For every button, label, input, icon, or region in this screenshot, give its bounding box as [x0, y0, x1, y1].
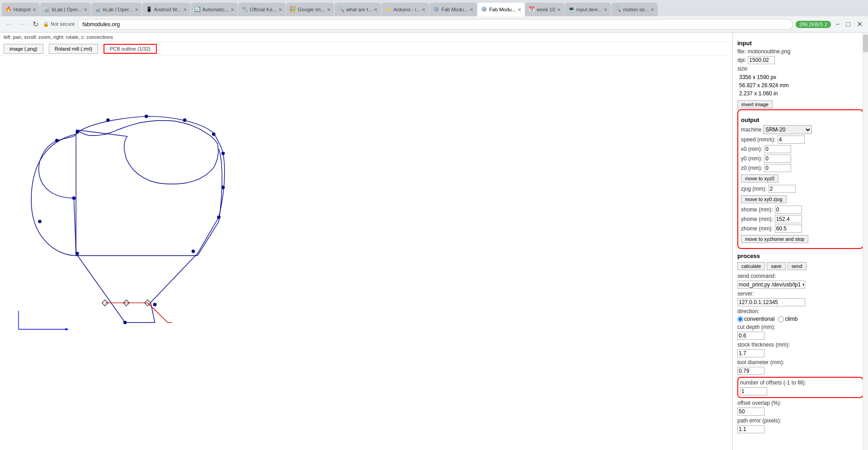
security-badge: 🔒 Not secure	[43, 21, 75, 27]
address-bar[interactable]	[77, 19, 793, 30]
tool-diameter-input[interactable]	[737, 367, 764, 375]
dot-6	[183, 118, 187, 122]
maximize-button[interactable]: □	[844, 19, 852, 29]
send-command-input[interactable]	[737, 281, 805, 289]
back-button[interactable]: ←	[4, 19, 14, 29]
calculate-button[interactable]: calculate	[737, 262, 765, 270]
tab-android[interactable]: 📱 Android W... ✕	[142, 3, 190, 16]
xhome-input[interactable]	[775, 206, 802, 214]
tab-what-are[interactable]: 🔍 what are t... ✕	[335, 3, 381, 16]
right-panel: input file: motionoutline.png dpi: size:…	[732, 33, 868, 450]
scrollbar[interactable]	[863, 33, 868, 450]
tab-hotspot[interactable]: 🔥 Hotspot ✕	[2, 3, 40, 16]
tab-close-icon[interactable]: ✕	[422, 7, 425, 12]
z0-input[interactable]	[764, 164, 791, 172]
tab-label: week 10	[537, 7, 555, 12]
save-button[interactable]: save	[767, 262, 785, 270]
path-error-input-row	[737, 425, 863, 433]
tab-klab1[interactable]: 🔬 kLab | Oper... ✕	[40, 3, 91, 16]
tab-google-img[interactable]: 🖼️ Google Im... ✕	[286, 3, 334, 16]
tab-fabmod1[interactable]: ⚙️ Fab Modu... ✕	[429, 3, 477, 16]
tab-week10[interactable]: 📅 week 10 ✕	[525, 3, 564, 16]
zjog-input[interactable]	[769, 185, 796, 193]
climb-label[interactable]: climb	[778, 316, 797, 322]
dpi-input[interactable]	[748, 56, 775, 64]
tab-label: input devi...	[576, 7, 602, 12]
zjog-row: zjog (mm):	[741, 185, 860, 193]
tab-close-icon[interactable]: ✕	[183, 7, 187, 12]
process-buttons-row: calculate save send	[737, 261, 863, 271]
tab-klab2[interactable]: 🔬 kLab | Oper... ✕	[91, 3, 142, 16]
xhome-row: xhome (mm):	[741, 206, 860, 214]
offset-overlap-input[interactable]	[737, 408, 764, 416]
x0-row: x0 (mm):	[741, 145, 860, 153]
offset-overlap-input-row	[737, 408, 863, 416]
zhome-row: zhome (mm):	[741, 225, 860, 233]
tab-input-dev[interactable]: 💻 input devi... ✕	[565, 3, 611, 16]
yhome-label: yhome (mm):	[741, 216, 773, 222]
tab-arduino[interactable]: ⚡ Arduino - i... ✕	[382, 3, 429, 16]
stock-thickness-label: stock thickness (mm):	[737, 342, 790, 348]
toolbar-hint: left: pan, scroll: zoom, right: rotate, …	[4, 34, 729, 40]
tab-fabmod2[interactable]: ⚙️ Fab Modu... ✕	[477, 3, 525, 16]
path-error-input[interactable]	[737, 425, 764, 433]
image-button[interactable]: image (.png)	[4, 44, 43, 54]
machine-select[interactable]: SRM-20 Roland MDX-20	[763, 125, 812, 134]
reload-button[interactable]: ↻	[31, 19, 40, 29]
download-badge: 286.2KB/S 2	[796, 21, 831, 28]
tab-close-icon[interactable]: ✕	[374, 7, 377, 12]
tab-close-icon[interactable]: ✕	[231, 7, 234, 12]
tab-close-icon[interactable]: ✕	[518, 7, 521, 12]
speed-input[interactable]	[778, 136, 805, 144]
invert-image-button[interactable]: invert image	[737, 100, 773, 108]
size-px: 3356 x 1590 px	[739, 73, 863, 81]
tab-favicon: 📱	[146, 6, 152, 13]
conventional-label[interactable]: conventional	[737, 316, 774, 322]
x0-input[interactable]	[764, 145, 791, 153]
dot-4	[106, 118, 110, 122]
tab-close-icon[interactable]: ✕	[327, 7, 330, 12]
speed-label: speed (mm/s):	[741, 136, 776, 143]
move-xyzhome-button[interactable]: move to xyzhome and stop	[741, 235, 808, 243]
y0-input[interactable]	[764, 155, 791, 163]
direction-row: conventional climb	[737, 316, 863, 322]
climb-radio[interactable]	[778, 316, 784, 322]
zhome-input[interactable]	[775, 225, 802, 233]
output-title: output	[741, 117, 860, 123]
tab-close-icon[interactable]: ✕	[33, 7, 36, 12]
move-xyz0-button[interactable]: move to xyz0	[741, 174, 778, 183]
close-button[interactable]: ✕	[855, 19, 864, 29]
tool-diameter-label: tool diameter (mm):	[737, 359, 784, 366]
file-label: file:	[737, 48, 746, 55]
tab-official[interactable]: 🔧 Official Ke... ✕	[238, 3, 286, 16]
scrollbar-thumb[interactable]	[863, 34, 868, 52]
dot-11	[192, 250, 195, 253]
tab-close-icon[interactable]: ✕	[651, 7, 654, 12]
tab-close-icon[interactable]: ✕	[557, 7, 561, 12]
stock-thickness-input[interactable]	[737, 349, 764, 357]
path-error-row: path error (pixels):	[737, 417, 863, 424]
yhome-input[interactable]	[775, 215, 802, 223]
cut-depth-input[interactable]	[737, 332, 764, 340]
tab-close-icon[interactable]: ✕	[84, 7, 87, 12]
tab-close-icon[interactable]: ✕	[278, 7, 282, 12]
machine-label: machine	[741, 127, 761, 133]
zhome-label: zhome (mm):	[741, 225, 773, 232]
conventional-radio[interactable]	[737, 316, 743, 322]
num-offsets-input[interactable]	[740, 387, 767, 395]
conventional-text: conventional	[744, 316, 774, 322]
tab-close-icon[interactable]: ✕	[470, 7, 473, 12]
roland-button[interactable]: Roland mill (.rml)	[49, 44, 98, 54]
tab-automatic[interactable]: 🔄 Automatic... ✕	[191, 3, 238, 16]
stock-thickness-input-row	[737, 349, 863, 357]
tab-motion[interactable]: 🔍 motion se... ✕	[611, 3, 658, 16]
move-xy0zjog-button[interactable]: move to xy0 zjog	[741, 195, 787, 203]
send-button[interactable]: send	[788, 262, 807, 270]
offset-overlap-label: offset overlap (%):	[737, 400, 781, 406]
forward-button[interactable]: →	[17, 19, 28, 29]
minimize-button[interactable]: −	[834, 19, 841, 29]
tab-close-icon[interactable]: ✕	[135, 7, 138, 12]
pcb-outline-button[interactable]: PCB outline (1/32)	[104, 44, 157, 54]
server-input[interactable]	[737, 298, 805, 306]
tab-close-icon[interactable]: ✕	[604, 7, 607, 12]
